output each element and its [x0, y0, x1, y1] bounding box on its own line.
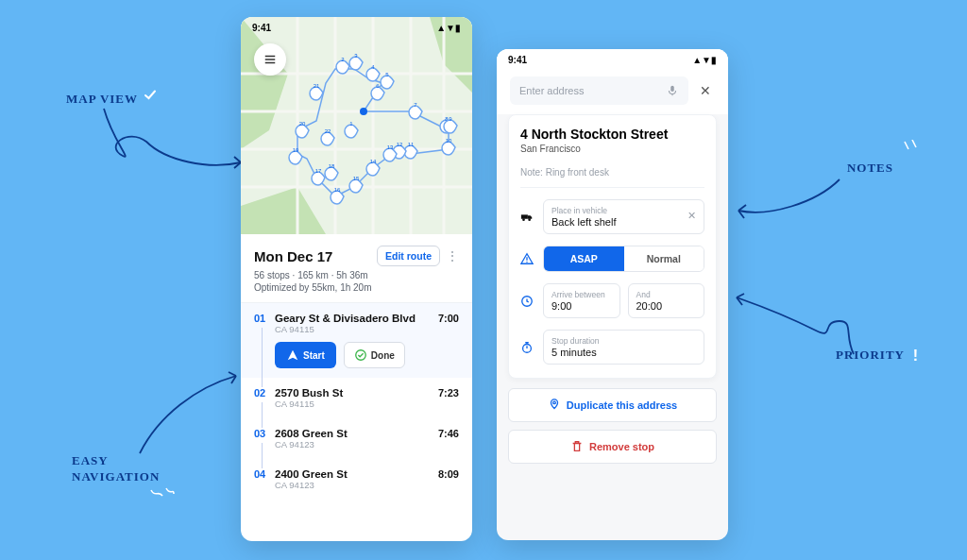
- spark-icon: [149, 486, 176, 501]
- clear-place-button[interactable]: ✕: [687, 210, 696, 222]
- stop-time: 7:00: [438, 313, 459, 368]
- svg-text:17: 17: [315, 168, 322, 174]
- stop-item[interactable]: 03 2608 Green StCA 94123 7:46: [241, 418, 472, 459]
- status-icons: ▲▼▮: [692, 55, 717, 65]
- phone-route-list: 2 3 4 5 6 7 8 9 10 11 12 13 14 15 16 17 …: [241, 17, 472, 541]
- priority-normal[interactable]: Normal: [624, 246, 704, 271]
- route-summary: Mon Dec 17 Edit route ⋮ 56 stops · 165 k…: [241, 234, 472, 302]
- arrow-notes: [731, 175, 844, 231]
- status-bar: 9:41 ▲▼▮: [497, 49, 728, 67]
- place-value: Back left shelf: [551, 216, 696, 228]
- svg-point-10: [360, 108, 367, 115]
- stop-number: 04: [254, 468, 275, 490]
- place-label: Place in vehicle: [551, 206, 696, 215]
- stop-item[interactable]: 01 Geary St & Divisadero Blvd CA 94115 S…: [241, 303, 472, 378]
- arrive-to-input[interactable]: And 20:00: [628, 283, 705, 318]
- checkmark-icon: [144, 89, 157, 102]
- search-placeholder: Enter address: [519, 85, 584, 96]
- pin-duplicate-icon: [548, 399, 561, 412]
- duplicate-address-button[interactable]: Duplicate this address: [508, 388, 717, 422]
- truck-icon: [520, 211, 534, 224]
- note-field[interactable]: Note: Ring front desk: [520, 167, 704, 188]
- stop-sub: CA 94123: [275, 480, 438, 490]
- stop-sub: CA 94115: [275, 324, 438, 334]
- arrow-easynav: [130, 368, 244, 463]
- svg-point-37: [528, 218, 531, 221]
- stopwatch-icon: [520, 341, 534, 354]
- status-icons: ▲▼▮: [436, 23, 461, 33]
- clock-icon: [520, 295, 534, 308]
- close-button[interactable]: ✕: [696, 79, 715, 102]
- address-title: 4 North Stockton Street: [520, 127, 704, 142]
- stop-name: 2570 Bush St: [275, 387, 438, 399]
- svg-text:11: 11: [408, 142, 415, 147]
- arrow-priority: [731, 288, 863, 364]
- remove-stop-button[interactable]: Remove stop: [508, 430, 717, 464]
- status-time: 9:41: [508, 55, 527, 65]
- route-optimized: Optimized by 55km, 1h 20m: [254, 282, 459, 293]
- spark-icon: [903, 140, 920, 159]
- svg-point-36: [522, 218, 525, 221]
- mic-icon[interactable]: [666, 84, 679, 97]
- route-date: Mon Dec 17: [254, 248, 332, 264]
- annotation-notes: NOTES: [847, 161, 893, 176]
- stop-number: 01: [254, 313, 275, 368]
- svg-text:15: 15: [353, 176, 360, 181]
- svg-text:14: 14: [370, 159, 377, 164]
- stop-time: 8:09: [438, 468, 459, 490]
- svg-text:20: 20: [299, 121, 306, 127]
- route-stats: 56 stops · 165 km · 5h 36m: [254, 270, 459, 280]
- exclamation-icon: !: [913, 348, 918, 365]
- svg-text:18: 18: [329, 163, 335, 169]
- stop-name: 2400 Green St: [275, 468, 438, 480]
- svg-text:22: 22: [325, 128, 331, 134]
- svg-point-42: [553, 401, 556, 404]
- status-bar: 9:41 ▲▼▮: [241, 17, 472, 35]
- stops-list: 01 Geary St & Divisadero Blvd CA 94115 S…: [241, 302, 472, 500]
- svg-rect-35: [521, 214, 528, 218]
- menu-button[interactable]: [254, 43, 286, 76]
- stop-name: Geary St & Divisadero Blvd: [275, 313, 438, 324]
- stop-duration-input[interactable]: Stop duration 5 minutes: [543, 330, 704, 365]
- arrow-mapview: [94, 104, 246, 189]
- alert-triangle-icon: [520, 252, 534, 265]
- address-card: 4 North Stockton Street San Francisco No…: [508, 114, 717, 379]
- stop-time: 7:23: [438, 387, 459, 409]
- address-city: San Francisco: [520, 144, 704, 154]
- svg-text:12: 12: [397, 142, 403, 147]
- svg-rect-34: [670, 86, 674, 92]
- svg-text:16: 16: [334, 187, 341, 193]
- map-view[interactable]: 2 3 4 5 6 7 8 9 10 11 12 13 14 15 16 17 …: [241, 17, 472, 234]
- stop-sub: CA 94123: [275, 439, 438, 450]
- trash-icon: [570, 440, 584, 453]
- svg-point-39: [526, 262, 527, 263]
- stop-sub: CA 94115: [275, 399, 438, 409]
- stop-time: 7:46: [438, 428, 459, 450]
- priority-asap[interactable]: ASAP: [544, 246, 624, 271]
- priority-segmented: ASAP Normal: [543, 246, 704, 272]
- svg-text:19: 19: [293, 147, 299, 153]
- stop-item[interactable]: 02 2570 Bush StCA 94115 7:23: [241, 378, 472, 418]
- hamburger-icon: [263, 53, 277, 66]
- phone-stop-detail: 9:41 ▲▼▮ Enter address ✕ 4 North Stockto…: [497, 49, 728, 540]
- svg-text:10: 10: [446, 138, 452, 144]
- check-circle-icon: [354, 348, 367, 362]
- stop-number: 02: [254, 387, 275, 409]
- address-search-input[interactable]: Enter address: [510, 76, 688, 105]
- status-time: 9:41: [252, 23, 271, 33]
- svg-text:21: 21: [314, 83, 320, 89]
- stop-item[interactable]: 04 2400 Green StCA 94123 8:09: [241, 459, 472, 500]
- svg-text:13: 13: [387, 144, 394, 150]
- stop-name: 2608 Green St: [275, 428, 438, 439]
- stop-number: 03: [254, 428, 275, 450]
- done-button[interactable]: Done: [344, 342, 405, 368]
- place-in-vehicle-input[interactable]: Place in vehicle Back left shelf ✕: [543, 199, 704, 234]
- edit-route-button[interactable]: Edit route: [377, 246, 440, 266]
- more-menu-button[interactable]: ⋮: [446, 248, 459, 263]
- navigate-icon: [286, 348, 299, 362]
- start-button[interactable]: Start: [275, 342, 336, 368]
- arrive-from-input[interactable]: Arrive between 9:00: [543, 283, 620, 318]
